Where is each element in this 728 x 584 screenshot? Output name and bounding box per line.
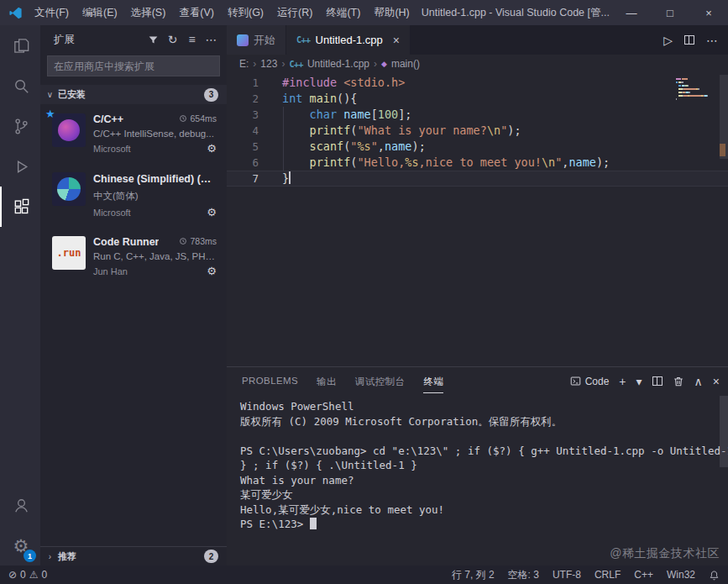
manage-extension-gear-icon[interactable]: ⚙ xyxy=(207,142,217,155)
editor-more-actions-icon[interactable]: ⋯ xyxy=(706,34,718,47)
cursor-position[interactable]: 行 7, 列 2 xyxy=(452,568,495,582)
tab-output[interactable]: 输出 xyxy=(317,369,337,393)
menu-item[interactable]: 编辑(E) xyxy=(76,0,124,25)
close-tab-icon[interactable]: × xyxy=(393,34,400,47)
code-line[interactable]: 5 scanf("%s",name); xyxy=(227,139,728,155)
terminal-icon xyxy=(570,376,581,387)
chevron-down-icon: ∨ xyxy=(44,90,56,99)
menu-item[interactable]: 选择(S) xyxy=(124,0,173,25)
extension-item-chinese-pack[interactable]: Chinese (Simplified) (简... 中文(简体) Micros… xyxy=(40,163,227,227)
indent-guide xyxy=(283,107,284,171)
clock-icon xyxy=(179,114,187,123)
menu-item[interactable]: 终端(T) xyxy=(319,0,367,25)
build-target[interactable]: Win32 xyxy=(667,569,695,581)
split-terminal-icon[interactable] xyxy=(652,376,663,386)
terminal-line: PS C:\Users\zuobang> cd "e:\123\" ; if (… xyxy=(240,444,728,459)
language-mode[interactable]: C++ xyxy=(634,569,653,581)
encoding-setting[interactable]: UTF-8 xyxy=(553,569,581,581)
clear-list-icon[interactable]: ≡ xyxy=(183,31,201,49)
more-actions-icon[interactable]: ⋯ xyxy=(202,31,220,49)
new-terminal-button[interactable]: + xyxy=(619,375,626,388)
menu-item[interactable]: 帮助(H) xyxy=(367,0,416,25)
kill-terminal-icon[interactable] xyxy=(673,376,684,387)
close-window-button[interactable]: × xyxy=(689,0,728,25)
installed-section-header[interactable]: ∨ 已安装 3 xyxy=(40,85,227,104)
terminal-dropdown-icon[interactable]: ▾ xyxy=(636,375,642,388)
terminal-profile-picker[interactable]: Code xyxy=(570,376,610,387)
chevron-separator-icon: › xyxy=(281,58,285,70)
code-line[interactable]: 7} xyxy=(227,171,728,187)
code-line[interactable]: 1#include <stdio.h> xyxy=(227,75,728,91)
manage-extension-gear-icon[interactable]: ⚙ xyxy=(207,265,217,277)
tab-debug-console[interactable]: 调试控制台 xyxy=(355,369,406,393)
eol-setting[interactable]: CRLF xyxy=(594,569,621,581)
terminal-line: Windows PowerShell xyxy=(240,399,728,414)
breadcrumb-symbol[interactable]: main() xyxy=(391,58,420,70)
star-icon: ★ xyxy=(45,108,55,120)
tab-label: 开始 xyxy=(254,33,275,48)
terminal-output[interactable]: Windows PowerShell版权所有 (C) 2009 Microsof… xyxy=(227,395,728,566)
recommended-section-header[interactable]: › 推荐 2 xyxy=(40,546,227,566)
activity-settings[interactable]: ⚙ 1 xyxy=(0,525,40,566)
breadcrumb-drive[interactable]: E: xyxy=(239,58,249,70)
panel-scrollbar[interactable] xyxy=(720,396,728,467)
code-line[interactable]: 4 printf("What is your name?\n"); xyxy=(227,123,728,139)
terminal-line: Hello,某可爱少女,nice to meet you! xyxy=(240,502,728,518)
extension-description: C/C++ IntelliSense, debug... xyxy=(93,129,217,139)
extension-item-cpp[interactable]: ★ C/C++ 654ms C/C++ IntelliSense, debug.… xyxy=(40,104,227,163)
code-line[interactable]: 6 printf("Hello,%s,nice to meet you!\n",… xyxy=(227,155,728,171)
extension-item-code-runner[interactable]: .run Code Runner 783ms Run C, C++, Java,… xyxy=(40,227,227,286)
code-editor[interactable]: 1#include <stdio.h>2int main(){3 char na… xyxy=(227,73,728,366)
chevron-separator-icon: › xyxy=(374,58,377,70)
manage-extension-gear-icon[interactable]: ⚙ xyxy=(207,206,217,218)
refresh-icon[interactable]: ↻ xyxy=(164,31,181,49)
bottom-panel: PROBLEMS 输出 调试控制台 终端 Code + ▾ ∧ × xyxy=(227,366,728,566)
extension-publisher: Jun Han xyxy=(93,266,128,276)
tab-terminal[interactable]: 终端 xyxy=(423,369,443,393)
activity-search[interactable] xyxy=(0,66,40,106)
extensions-search-input[interactable] xyxy=(47,55,220,76)
tab-get-started[interactable]: 开始 xyxy=(227,25,286,55)
recommended-label: 推荐 xyxy=(58,550,76,563)
editor-scrollbar[interactable] xyxy=(720,75,728,159)
chevron-right-icon: › xyxy=(44,552,56,561)
breadcrumb-folder[interactable]: 123 xyxy=(260,58,277,70)
activity-extensions[interactable] xyxy=(0,187,40,227)
menu-item[interactable]: 转到(G) xyxy=(221,0,270,25)
notifications-bell-icon[interactable] xyxy=(709,570,720,581)
indentation-setting[interactable]: 空格: 3 xyxy=(508,568,539,582)
watermark: @稀土掘金技术社区 xyxy=(610,546,720,561)
minimize-button[interactable]: — xyxy=(612,0,651,25)
status-bar: ⊘ 0 ⚠ 0 行 7, 列 2 空格: 3 UTF-8 CRLF C++ Wi… xyxy=(0,566,728,584)
run-code-button[interactable]: ▷ xyxy=(663,34,673,47)
activity-run-debug[interactable] xyxy=(0,146,40,187)
cpp-extension-icon: ★ xyxy=(52,113,86,147)
menu-item[interactable]: 运行(R) xyxy=(270,0,319,25)
activity-explorer[interactable] xyxy=(0,25,40,66)
maximize-button[interactable]: □ xyxy=(651,0,689,25)
warning-count: 0 xyxy=(42,569,48,581)
close-panel-icon[interactable]: × xyxy=(713,375,720,388)
terminal-line xyxy=(240,429,728,444)
activity-accounts[interactable] xyxy=(0,485,40,525)
menu-item[interactable]: 文件(F) xyxy=(28,0,76,25)
split-editor-icon[interactable] xyxy=(684,35,694,45)
sidebar-header: 扩展 ↻ ≡ ⋯ xyxy=(40,25,227,54)
activity-source-control[interactable] xyxy=(0,106,40,146)
breadcrumb-file[interactable]: Untitled-1.cpp xyxy=(307,58,369,70)
extension-publisher: Microsoft xyxy=(93,208,131,218)
menu-item[interactable]: 查看(V) xyxy=(172,0,221,25)
get-started-icon xyxy=(237,34,249,46)
maximize-panel-icon[interactable]: ∧ xyxy=(694,375,703,388)
extensions-sidebar: 扩展 ↻ ≡ ⋯ ∨ 已安装 3 ★ C/C++ 654ms xyxy=(40,25,227,566)
filter-icon[interactable] xyxy=(144,31,162,49)
cpp-logo xyxy=(58,119,80,141)
search-icon xyxy=(12,76,31,96)
code-line[interactable]: 2int main(){ xyxy=(227,91,728,107)
problems-status[interactable]: ⊘ 0 ⚠ 0 xyxy=(8,569,47,581)
minimap[interactable] xyxy=(676,78,716,100)
tab-problems[interactable]: PROBLEMS xyxy=(242,369,298,393)
code-line[interactable]: 3 char name[100]; xyxy=(227,107,728,123)
tab-untitled-1-cpp[interactable]: C++ Untitled-1.cpp × xyxy=(286,25,411,55)
error-count: 0 xyxy=(20,569,26,581)
